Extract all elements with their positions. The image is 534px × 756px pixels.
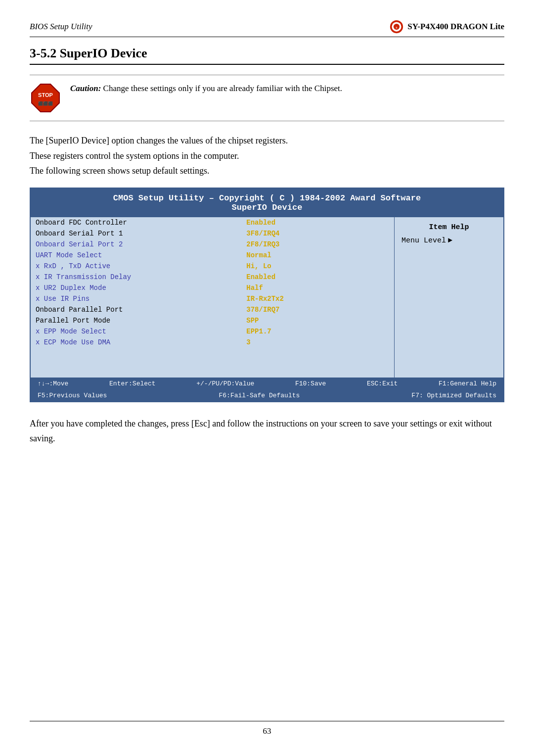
setting-label: x Use IR Pins bbox=[31, 293, 241, 304]
setting-value: Enabled bbox=[241, 272, 394, 283]
bios-left-panel: Onboard FDC ControllerEnabledOnboard Ser… bbox=[31, 217, 395, 378]
item-help-label: Item Help bbox=[401, 223, 496, 232]
header-left-text: BIOS Setup Utility bbox=[30, 22, 92, 32]
svg-text:S: S bbox=[396, 26, 398, 29]
footer-f7: F7: Optimized Defaults bbox=[411, 392, 496, 399]
footer-f10: F10:Save bbox=[295, 380, 326, 387]
stop-icon: STOP ⬛⬛⬛ bbox=[30, 82, 61, 114]
bios-footer-row1: ↑↓→:Move Enter:Select +/-/PU/PD:Value F1… bbox=[31, 378, 503, 390]
menu-level: Menu Level ► bbox=[401, 236, 496, 245]
table-row[interactable]: Onboard FDC ControllerEnabled bbox=[31, 217, 394, 228]
setting-value: 3F8/IRQ4 bbox=[241, 228, 394, 239]
setting-label: x EPP Mode Select bbox=[31, 326, 241, 337]
soyo-logo-icon: S bbox=[390, 20, 403, 34]
setting-value: 2F8/IRQ3 bbox=[241, 239, 394, 250]
page-header: BIOS Setup Utility S SY-P4X400 DRAGON Li… bbox=[30, 20, 504, 37]
table-row[interactable]: x EPP Mode SelectEPP1.7 bbox=[31, 326, 394, 337]
page-footer: 63 bbox=[30, 721, 504, 736]
intro-line-3: The following screen shows setup default… bbox=[30, 163, 504, 179]
setting-value: 3 bbox=[241, 337, 394, 348]
setting-value: Half bbox=[241, 283, 394, 293]
page-number: 63 bbox=[263, 726, 271, 736]
table-row[interactable]: x IR Transmission DelayEnabled bbox=[31, 272, 394, 283]
setting-label: Onboard FDC Controller bbox=[31, 217, 241, 228]
footer-f5: F5:Previous Values bbox=[38, 392, 107, 399]
caution-label: Caution: bbox=[70, 84, 101, 93]
setting-value: Hi, Lo bbox=[241, 261, 394, 272]
footer-f6: F6:Fail-Safe Defaults bbox=[219, 392, 300, 399]
setting-label: Onboard Serial Port 1 bbox=[31, 228, 241, 239]
bios-title-line1: CMOS Setup Utility – Copyright ( C ) 198… bbox=[35, 193, 499, 203]
bios-footer-row2: F5:Previous Values F6:Fail-Safe Defaults… bbox=[31, 390, 503, 401]
setting-label: Onboard Parallel Port bbox=[31, 304, 241, 315]
table-row[interactable]: Onboard Serial Port 13F8/IRQ4 bbox=[31, 228, 394, 239]
caution-body: Change these settings only if you are al… bbox=[103, 84, 342, 93]
table-row[interactable]: Onboard Serial Port 22F8/IRQ3 bbox=[31, 239, 394, 250]
header-right-text: SY-P4X400 DRAGON Lite bbox=[407, 22, 504, 32]
footer-esc: ESC:Exit bbox=[367, 380, 398, 387]
header-right: S SY-P4X400 DRAGON Lite bbox=[390, 20, 504, 34]
footer-enter: Enter:Select bbox=[109, 380, 156, 387]
after-text: After you have completed the changes, pr… bbox=[30, 416, 504, 446]
setting-label: UART Mode Select bbox=[31, 250, 241, 261]
setting-label: Onboard Serial Port 2 bbox=[31, 239, 241, 250]
bios-settings-table: Onboard FDC ControllerEnabledOnboard Ser… bbox=[31, 217, 394, 348]
setting-value: IR-Rx2Tx2 bbox=[241, 293, 394, 304]
footer-f1: F1:General Help bbox=[439, 380, 496, 387]
menu-level-label: Menu Level bbox=[401, 236, 446, 245]
table-row[interactable]: Onboard Parallel Port378/IRQ7 bbox=[31, 304, 394, 315]
intro-line-1: The [SuperIO Device] option changes the … bbox=[30, 133, 504, 148]
setting-label: x UR2 Duplex Mode bbox=[31, 283, 241, 293]
svg-text:STOP: STOP bbox=[38, 92, 53, 98]
bios-title-line2: SuperIO Device bbox=[35, 203, 499, 212]
bios-body: Onboard FDC ControllerEnabledOnboard Ser… bbox=[31, 217, 503, 378]
setting-value: Enabled bbox=[241, 217, 394, 228]
svg-text:⬛⬛⬛: ⬛⬛⬛ bbox=[38, 101, 53, 106]
setting-value: Normal bbox=[241, 250, 394, 261]
svg-marker-4 bbox=[32, 84, 59, 112]
setting-value: SPP bbox=[241, 315, 394, 326]
setting-value: EPP1.7 bbox=[241, 326, 394, 337]
bios-screen: CMOS Setup Utility – Copyright ( C ) 198… bbox=[30, 188, 504, 402]
setting-label: x ECP Mode Use DMA bbox=[31, 337, 241, 348]
table-row[interactable]: x Use IR PinsIR-Rx2Tx2 bbox=[31, 293, 394, 304]
table-row[interactable]: x ECP Mode Use DMA3 bbox=[31, 337, 394, 348]
table-row[interactable]: x RxD , TxD ActiveHi, Lo bbox=[31, 261, 394, 272]
caution-box: STOP ⬛⬛⬛ Caution: Change these settings … bbox=[30, 75, 504, 121]
setting-value: 378/IRQ7 bbox=[241, 304, 394, 315]
bios-right-panel: Item Help Menu Level ► bbox=[395, 217, 503, 378]
footer-move: ↑↓→:Move bbox=[38, 380, 68, 387]
bios-title-bar: CMOS Setup Utility – Copyright ( C ) 198… bbox=[31, 189, 503, 217]
setting-label: Parallel Port Mode bbox=[31, 315, 241, 326]
section-title: 3-5.2 SuperIO Device bbox=[30, 46, 504, 65]
setting-label: x RxD , TxD Active bbox=[31, 261, 241, 272]
setting-label: x IR Transmission Delay bbox=[31, 272, 241, 283]
table-row[interactable]: x UR2 Duplex ModeHalf bbox=[31, 283, 394, 293]
table-row[interactable]: UART Mode SelectNormal bbox=[31, 250, 394, 261]
footer-value: +/-/PU/PD:Value bbox=[196, 380, 254, 387]
menu-level-arrow: ► bbox=[448, 236, 452, 245]
table-row[interactable]: Parallel Port ModeSPP bbox=[31, 315, 394, 326]
intro-text: The [SuperIO Device] option changes the … bbox=[30, 133, 504, 179]
caution-text: Caution: Change these settings only if y… bbox=[70, 82, 342, 95]
intro-line-2: These registers control the system optio… bbox=[30, 148, 504, 164]
